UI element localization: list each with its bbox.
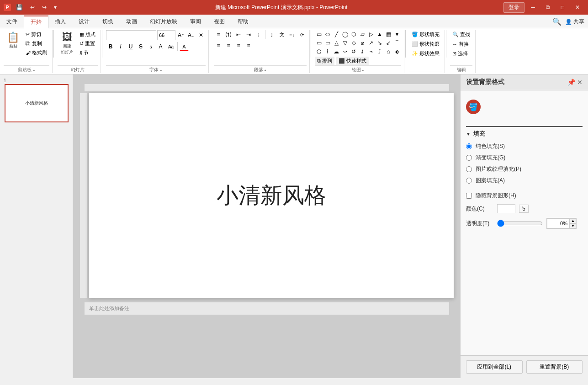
spin-down-button[interactable]: ▼ — [570, 223, 576, 228]
save-button[interactable]: 💾 — [14, 3, 25, 11]
shape-dropdown[interactable]: ▾ — [393, 30, 401, 38]
text-direction-button[interactable]: 文 — [277, 30, 286, 39]
shape-item[interactable]: ⤻ — [341, 47, 349, 56]
shape-item[interactable]: ⌇ — [323, 47, 332, 56]
align-right-button[interactable]: ≡ — [234, 41, 243, 50]
redo-button[interactable]: ↪ — [40, 3, 49, 11]
shape-item[interactable]: ↙ — [384, 39, 392, 47]
shape-item[interactable]: ◇ — [350, 39, 358, 47]
shape-item[interactable]: ▦ — [384, 30, 392, 38]
shape-effects-button[interactable]: ✨ 形状效果 — [409, 49, 442, 58]
shape-item[interactable]: ⤸ — [358, 47, 366, 56]
slide-notes[interactable]: 单击此处添加备注 — [84, 302, 450, 315]
color-box[interactable] — [497, 204, 515, 213]
qat-dropdown-button[interactable]: ▾ — [52, 3, 59, 11]
align-text-button[interactable]: ≡↓ — [287, 30, 297, 39]
shape-item[interactable]: ▭ — [323, 39, 332, 47]
copy-button[interactable]: ⿻ 复制 — [23, 39, 49, 48]
shape-item[interactable]: ▭ — [315, 30, 323, 38]
fill-expand-icon[interactable]: ▼ — [466, 132, 471, 137]
login-button[interactable]: 登录 — [503, 2, 524, 13]
spin-up-button[interactable]: ▲ — [570, 218, 576, 223]
tab-help[interactable]: 帮助 — [231, 16, 255, 28]
apply-all-button[interactable]: 应用到全部(L) — [466, 360, 523, 374]
font-expand-icon[interactable]: ⬧ — [160, 68, 162, 72]
panel-close-button[interactable]: ✕ — [577, 79, 583, 86]
shape-item[interactable]: ↺ — [350, 47, 358, 56]
paragraph-expand-icon[interactable]: ⬧ — [264, 68, 266, 72]
decrease-indent-button[interactable]: ⇤ — [234, 30, 243, 39]
share-button[interactable]: 👤 共享 — [565, 18, 584, 26]
shape-item[interactable]: △ — [332, 39, 340, 47]
new-slide-button[interactable]: 🖼 新建幻灯片 — [58, 30, 76, 58]
shape-item[interactable]: ⬡ — [350, 30, 358, 38]
transparency-input[interactable] — [547, 218, 570, 228]
arrange-button[interactable]: ⧉ 排列 — [315, 57, 334, 65]
tab-slideshow[interactable]: 幻灯片放映 — [143, 16, 184, 28]
shape-item[interactable]: ↘ — [376, 39, 384, 47]
bullets-button[interactable]: ≡ — [214, 30, 223, 39]
tab-design[interactable]: 设计 — [72, 16, 96, 28]
clipboard-expand-icon[interactable]: ⬧ — [33, 68, 35, 72]
font-size-input[interactable] — [157, 30, 175, 40]
slide-canvas[interactable]: 小清新风格 — [89, 93, 454, 298]
justify-button[interactable]: ≡ — [244, 41, 253, 50]
fill-pattern-radio[interactable]: 图案填充(A) — [466, 177, 583, 185]
align-center-button[interactable]: ≡ — [224, 41, 233, 50]
replace-button[interactable]: ↔ 替换 — [450, 40, 471, 48]
pin-button[interactable]: 📌 — [567, 79, 575, 86]
underline-button[interactable]: U — [126, 42, 135, 51]
fill-solid-radio[interactable]: 纯色填充(S) — [466, 142, 583, 150]
shape-item[interactable]: ⌂ — [384, 47, 392, 56]
drawing-expand-icon[interactable]: ⬧ — [362, 68, 364, 72]
shape-item[interactable]: ⌁ — [367, 47, 375, 56]
quick-styles-button[interactable]: ⬛ 快速样式 — [336, 57, 369, 65]
select-button[interactable]: ⊡ 选择 — [450, 49, 470, 58]
shape-item[interactable]: ⌀ — [358, 39, 366, 47]
shape-item[interactable]: ╱ — [332, 30, 340, 38]
shape-fill-button[interactable]: 🪣 形状填充 — [409, 30, 442, 39]
font-color-button[interactable]: A — [180, 42, 189, 51]
shape-item[interactable]: ▽ — [341, 39, 349, 47]
increase-indent-button[interactable]: ⇥ — [244, 30, 253, 39]
close-button[interactable]: ✕ — [571, 2, 584, 12]
font-name-input[interactable] — [106, 30, 156, 40]
shape-item[interactable]: ▲ — [376, 30, 384, 38]
shape-item[interactable]: ⬭ — [323, 30, 332, 38]
convert-smartart-button[interactable]: ⟳ — [297, 30, 307, 39]
shape-item[interactable]: ⌒ — [393, 39, 401, 47]
font-size-increase-button[interactable]: A↑ — [176, 31, 185, 40]
tab-file[interactable]: 文件 — [0, 16, 24, 28]
tab-animations[interactable]: 动画 — [120, 16, 143, 28]
color-dropper-button[interactable]: 🖱 — [519, 205, 529, 213]
tab-review[interactable]: 审阅 — [184, 16, 207, 28]
tab-transitions[interactable]: 切换 — [96, 16, 120, 28]
slide-thumbnail[interactable]: 小清新风格 — [5, 84, 69, 122]
reset-button[interactable]: ↺ 重置 — [77, 39, 98, 48]
shape-item[interactable]: ▷ — [367, 30, 375, 38]
shape-outline-button[interactable]: ⬜ 形状轮廓 — [409, 40, 442, 48]
shape-item[interactable]: ⬖ — [393, 47, 401, 56]
line-spacing-button[interactable]: ↕ — [254, 30, 263, 39]
layout-button[interactable]: ▦ 版式 — [77, 30, 98, 39]
italic-button[interactable]: I — [116, 42, 125, 51]
maximize-button[interactable]: □ — [556, 2, 569, 12]
shape-item[interactable]: ◯ — [341, 30, 349, 38]
section-button[interactable]: § 节 — [77, 48, 98, 57]
tab-insert[interactable]: 插入 — [48, 16, 72, 28]
transparency-slider[interactable] — [497, 220, 543, 227]
change-case-button[interactable]: Aa — [166, 42, 175, 51]
paste-button[interactable]: 📋 粘贴 — [4, 30, 22, 52]
reset-background-button[interactable]: 重置背景(B) — [526, 360, 583, 374]
align-left-button[interactable]: ≡ — [214, 41, 223, 50]
bold-button[interactable]: B — [106, 42, 115, 51]
cut-button[interactable]: ✂ 剪切 — [23, 30, 49, 39]
shadow-button[interactable]: s — [146, 42, 155, 51]
shape-item[interactable]: ▭ — [315, 39, 323, 47]
minimize-button[interactable]: ─ — [526, 2, 540, 12]
shape-item[interactable]: ▱ — [358, 30, 366, 38]
tab-home[interactable]: 开始 — [24, 16, 48, 28]
undo-button[interactable]: ↩ — [28, 3, 37, 11]
fill-picture-radio[interactable]: 图片或纹理填充(P) — [466, 165, 583, 173]
clear-format-button[interactable]: ✕ — [196, 31, 206, 40]
